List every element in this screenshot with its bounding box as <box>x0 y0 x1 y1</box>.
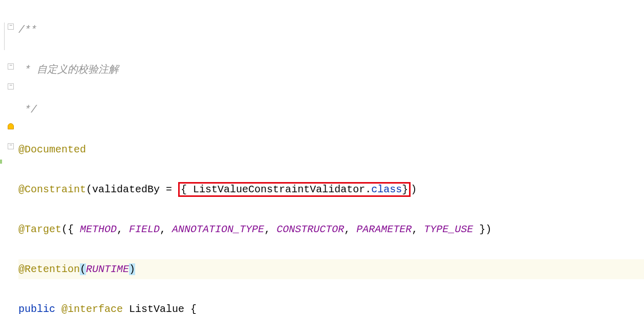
code-line[interactable]: * 自定义的校验注解 <box>18 60 644 80</box>
sep: , <box>117 223 129 235</box>
paren-highlighted: ( <box>80 263 86 275</box>
type-name: ListValue <box>123 303 190 314</box>
validator-class: ListValueConstraintValidator <box>193 184 365 195</box>
code-line[interactable]: */ <box>18 100 644 120</box>
sep: , <box>160 223 172 235</box>
sep: , <box>264 223 276 235</box>
class-keyword: class <box>371 184 402 195</box>
code-line[interactable]: public @interface ListValue { <box>18 299 644 314</box>
fold-icon[interactable] <box>7 143 14 150</box>
target-method: METHOD <box>80 223 117 235</box>
param-name: validatedBy = <box>92 184 178 195</box>
fold-icon[interactable] <box>7 63 14 70</box>
annotation-documented: @Documented <box>18 144 86 155</box>
sep: , <box>344 223 356 235</box>
target-typeuse: TYPE_USE <box>424 223 473 235</box>
target-parameter: PARAMETER <box>356 223 412 235</box>
comment-body: * 自定义的校验注解 <box>18 64 119 76</box>
code-line[interactable]: @Documented <box>18 140 644 160</box>
paren: ( <box>86 184 92 195</box>
target-close: }) <box>473 223 491 235</box>
code-line[interactable]: @Target({ METHOD, FIELD, ANNOTATION_TYPE… <box>18 219 644 239</box>
annotation-retention: @Retention <box>18 263 80 275</box>
fold-icon[interactable] <box>7 83 14 90</box>
code-line[interactable]: @Constraint(validatedBy = { ListValueCon… <box>18 180 644 199</box>
annotation-constraint: @Constraint <box>18 184 86 195</box>
dot: . <box>365 184 371 195</box>
intention-lamp-icon[interactable] <box>7 123 14 130</box>
comment-close: */ <box>18 104 37 116</box>
brace: { <box>190 303 197 314</box>
paren: ) <box>411 184 417 195</box>
retention-runtime: RUNTIME <box>86 263 129 275</box>
kw-at-interface: @interface <box>61 303 123 314</box>
highlight-box: { ListValueConstraintValidator.class} <box>178 182 411 197</box>
target-constructor: CONSTRUCTOR <box>276 223 344 235</box>
brace-close: } <box>402 184 408 195</box>
paren-highlighted: ) <box>129 263 135 275</box>
gutter <box>0 0 16 314</box>
target-anntype: ANNOTATION_TYPE <box>172 223 264 235</box>
fold-icon[interactable] <box>7 23 14 30</box>
annotation-target: @Target <box>18 223 61 235</box>
sep: , <box>412 223 424 235</box>
fold-guide <box>4 23 5 50</box>
kw-public: public <box>18 303 61 314</box>
change-marker <box>0 160 2 164</box>
code-line-caret[interactable]: @Retention(RUNTIME) <box>18 259 644 279</box>
target-open: ({ <box>61 223 80 235</box>
target-field: FIELD <box>129 223 160 235</box>
brace-open: { <box>181 184 193 195</box>
comment-open: /** <box>18 24 37 36</box>
code-line[interactable]: /** <box>18 20 644 40</box>
code-editor[interactable]: /** * 自定义的校验注解 */ @Documented @Constrain… <box>0 0 644 314</box>
code-area[interactable]: /** * 自定义的校验注解 */ @Documented @Constrain… <box>16 0 644 314</box>
